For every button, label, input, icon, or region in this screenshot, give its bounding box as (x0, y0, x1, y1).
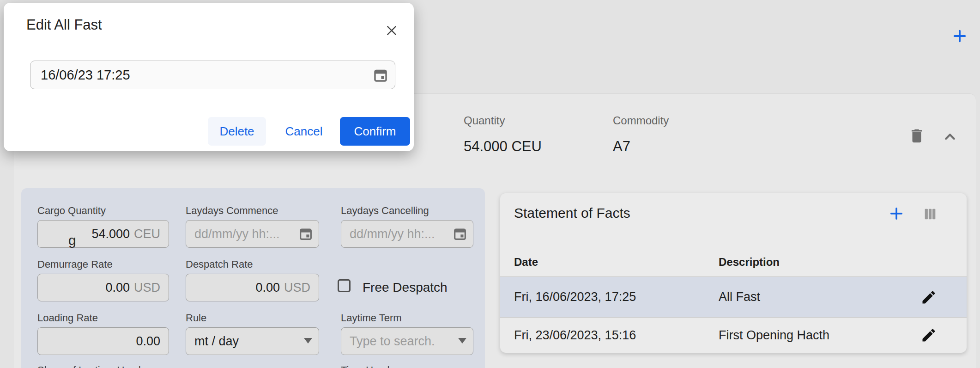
close-icon (384, 23, 399, 38)
share-of-laytime-label: Share of Laytime Used (37, 364, 141, 368)
rule-label: Rule (186, 312, 206, 324)
laydays-commence-placeholder: dd/mm/yy hh:... (194, 227, 280, 241)
caret-down-icon (304, 338, 312, 343)
sof-add-button[interactable] (888, 205, 905, 222)
rule-value: mt / day (194, 334, 239, 349)
datetime-value: 16/06/23 17:25 (41, 67, 130, 83)
cargo-quantity-value: 54.000 (91, 227, 130, 241)
sof-row-date: Fri, 16/06/2023, 17:25 (514, 290, 636, 304)
cancel-button[interactable]: Cancel (278, 117, 330, 146)
columns-icon (922, 206, 938, 222)
sof-columns-button[interactable] (922, 206, 938, 222)
sof-row-date: Fri, 23/06/2023, 15:16 (514, 328, 636, 343)
calendar-icon[interactable] (298, 227, 313, 241)
free-despatch-checkbox[interactable] (338, 279, 351, 292)
quantity-label: Quantity (464, 114, 505, 127)
sof-col-description: Description (719, 256, 780, 269)
sof-row[interactable]: Fri, 23/06/2023, 15:16 First Opening Hac… (500, 318, 967, 353)
laydays-commence-field[interactable]: dd/mm/yy hh:... (186, 220, 319, 248)
free-despatch-label: Free Despatch (363, 280, 448, 295)
edit-icon[interactable] (920, 327, 937, 343)
sof-title: Statement of Facts (514, 205, 630, 221)
chevron-up-icon (941, 128, 959, 146)
confirm-button[interactable]: Confirm (340, 117, 410, 146)
quantity-value: 54.000 CEU (464, 138, 542, 155)
laytime-term-select[interactable]: Type to search. (341, 327, 473, 355)
cargo-quantity-field[interactable]: 54.000 CEU (37, 220, 169, 248)
time-used-label: Time Used (341, 364, 390, 368)
calendar-icon[interactable] (373, 67, 388, 83)
despatch-rate-label: Despatch Rate (186, 258, 253, 270)
cargo-quantity-unit: CEU (134, 227, 160, 241)
dialog-title: Edit All Fast (26, 17, 102, 33)
datetime-input[interactable]: 16/06/23 17:25 (30, 61, 395, 89)
calendar-icon[interactable] (453, 227, 467, 241)
despatch-rate-field[interactable]: 0.00 USD (186, 274, 319, 301)
demurrage-rate-label: Demurrage Rate (37, 258, 113, 270)
despatch-rate-unit: USD (284, 281, 310, 295)
sof-row[interactable]: Fri, 16/06/2023, 17:25 All Fast (500, 277, 967, 317)
caret-down-icon (458, 338, 466, 343)
laydays-cancelling-placeholder: dd/mm/yy hh:... (350, 227, 435, 241)
sof-row-description: All Fast (719, 290, 760, 304)
cargo-form-panel: Cargo Quantity 54.000 CEU Laydays Commen… (21, 188, 485, 368)
trash-icon (908, 127, 926, 145)
cargo-quantity-label: Cargo Quantity (37, 205, 106, 217)
commodity-value: A7 (613, 138, 630, 155)
despatch-rate-value: 0.00 (255, 281, 280, 295)
edit-icon[interactable] (920, 289, 937, 306)
laydays-cancelling-label: Laydays Cancelling (341, 205, 429, 217)
close-button[interactable] (384, 23, 399, 38)
demurrage-rate-value: 0.00 (105, 281, 130, 295)
collapse-section-button[interactable] (941, 128, 959, 146)
delete-cargo-button[interactable] (908, 127, 926, 145)
statement-of-facts-panel: Statement of Facts Date Description Fri,… (500, 193, 967, 353)
demurrage-rate-field[interactable]: 0.00 USD (37, 274, 169, 301)
laytime-term-label: Laytime Term (341, 312, 402, 324)
loading-rate-value: 0.00 (136, 334, 160, 349)
commodity-label: Commodity (613, 114, 669, 127)
loading-rate-field[interactable]: 0.00 (37, 327, 169, 355)
loading-rate-label: Loading Rate (37, 312, 98, 324)
hidden-heading-fragment: g (68, 233, 76, 248)
laydays-commence-label: Laydays Commence (186, 205, 278, 217)
plus-icon (951, 28, 968, 44)
sof-row-description: First Opening Hacth (719, 328, 829, 343)
laytime-term-placeholder: Type to search. (350, 334, 435, 349)
sof-col-date: Date (514, 256, 538, 269)
plus-icon (888, 205, 905, 222)
add-button[interactable] (951, 28, 968, 44)
delete-button[interactable]: Delete (208, 117, 266, 146)
rule-select[interactable]: mt / day (186, 327, 319, 355)
demurrage-rate-unit: USD (134, 281, 160, 295)
laydays-cancelling-field[interactable]: dd/mm/yy hh:... (341, 220, 473, 248)
edit-all-fast-dialog: Edit All Fast 16/06/23 17:25 Delete Canc… (4, 3, 414, 151)
